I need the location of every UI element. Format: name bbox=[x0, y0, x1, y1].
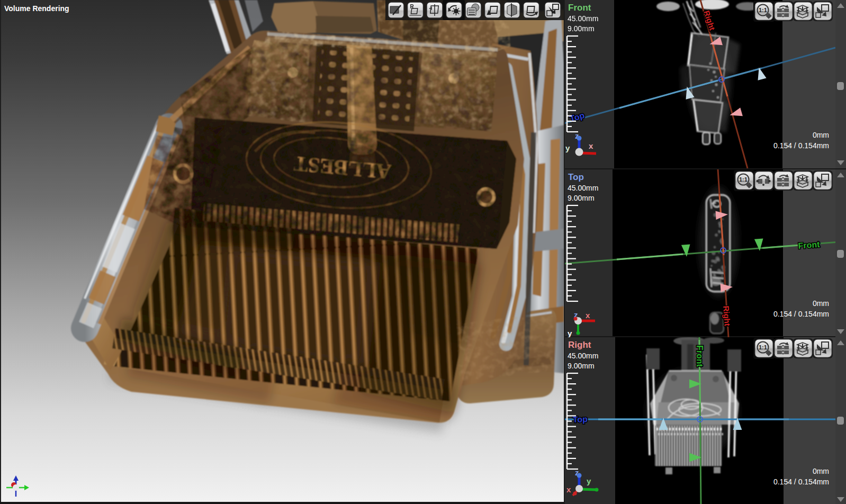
svg-text:x: x bbox=[589, 141, 593, 150]
svg-text:y: y bbox=[587, 476, 591, 485]
svg-text:Front: Front bbox=[798, 240, 821, 250]
svg-text:y: y bbox=[565, 143, 570, 152]
svg-text:1:1: 1:1 bbox=[759, 344, 767, 350]
svg-text:Right: Right bbox=[722, 305, 732, 326]
svg-text:Right: Right bbox=[702, 10, 717, 32]
svg-text:Front: Front bbox=[695, 345, 704, 367]
svg-text:x: x bbox=[586, 311, 590, 320]
svg-text:1:1: 1:1 bbox=[739, 176, 748, 183]
svg-text:x: x bbox=[566, 485, 571, 494]
svg-text:y: y bbox=[568, 329, 572, 337]
svg-text:1:1: 1:1 bbox=[759, 7, 767, 13]
